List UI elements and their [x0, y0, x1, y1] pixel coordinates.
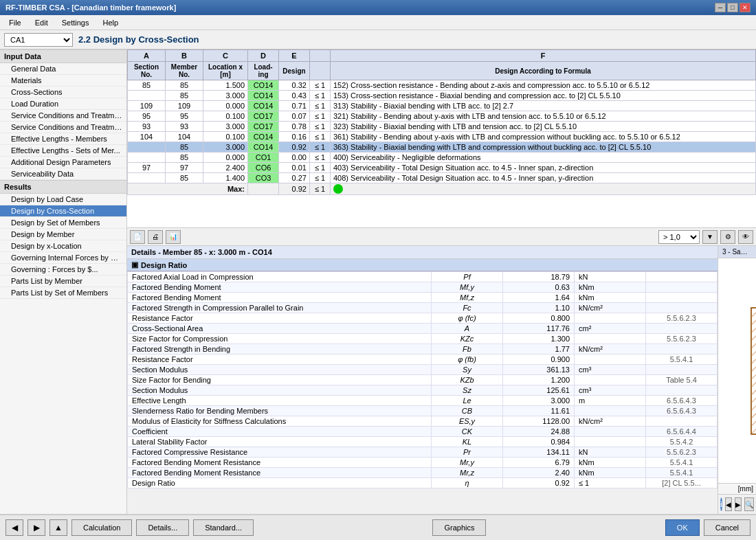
close-button[interactable]: ✕ [740, 3, 751, 12]
ok-button[interactable]: OK [665, 519, 700, 536]
details-label: Coefficient [128, 427, 432, 437]
sidebar-item-governing-s[interactable]: Governing : Forces by $... [0, 264, 126, 275]
table-cell [128, 173, 166, 183]
details-row: Modulus of Elasticity for Stiffness Calc… [128, 416, 718, 427]
sidebar-results-group: Results [0, 180, 126, 194]
details-row: Factored Bending MomentMf,z1.64kNm [128, 293, 718, 303]
sidebar-item-eff-lengths-members[interactable]: Effective Lengths - Members [0, 133, 126, 145]
sidebar-item-design-member[interactable]: Design by Member [0, 229, 126, 240]
details-unit [575, 437, 646, 447]
details-symbol: φ (fc) [432, 313, 503, 324]
details-button[interactable]: Details... [136, 519, 189, 536]
menu-file[interactable]: File [3, 16, 27, 29]
sidebar-item-serviceability[interactable]: Serviceability Data [0, 168, 126, 180]
nav-right-btn[interactable]: ▶ [27, 519, 45, 536]
nav-left-btn[interactable]: ◀ [5, 519, 23, 536]
details-label: Slenderness Ratio for Bending Members [128, 406, 432, 416]
sidebar-item-cross-sections[interactable]: Cross-Sections [0, 87, 126, 98]
toolbar-btn-4[interactable]: ⚙ [720, 230, 735, 244]
table-cell: 85 [166, 173, 203, 183]
standard-button[interactable]: Standard... [193, 519, 254, 536]
table-row[interactable]: 1041040.100CO140.16≤ 1361) Stability - B… [128, 132, 756, 142]
sidebar-item-service-2[interactable]: Service Conditions and Treatme... [0, 122, 126, 133]
subhdr-location: Location x [m] [203, 62, 248, 80]
table-cell: CO14 [248, 132, 279, 142]
details-label: Resistance Factor [128, 355, 432, 365]
toolbar-btn-2[interactable]: 🖨 [148, 230, 163, 244]
main-layout: Input Data General Data Materials Cross-… [0, 49, 756, 514]
table-cell: ≤ 1 [310, 173, 331, 183]
details-symbol: CK [432, 427, 503, 437]
main-table-container: A B C D E F Section No. Member No. Locat… [127, 49, 756, 228]
sidebar-item-governing-m[interactable]: Governing Internal Forces by M... [0, 252, 126, 264]
sidebar-item-load-duration[interactable]: Load Duration [0, 98, 126, 110]
table-cell: 403) Serviceability - Total Design Situa… [331, 163, 756, 173]
case-dropdown[interactable]: CA1 [4, 33, 73, 47]
col-header-f: F [331, 50, 756, 62]
subhdr-formula: Design According to Formula [331, 62, 756, 80]
xsection-btn-2[interactable]: ▶ [735, 497, 742, 511]
minimize-button[interactable]: ─ [715, 3, 726, 12]
sidebar-item-general-data[interactable]: General Data [0, 63, 126, 75]
details-ref [646, 344, 718, 355]
sidebar-item-design-x-location[interactable]: Design by x-Location [0, 240, 126, 252]
sidebar-item-additional-design[interactable]: Additional Design Parameters [0, 157, 126, 168]
menu-edit[interactable]: Edit [29, 16, 54, 29]
sidebar-item-design-load-case[interactable]: Design by Load Case [0, 194, 126, 205]
info-button[interactable]: i [720, 497, 722, 511]
threshold-select[interactable]: > 1,0 > 0,5 All [658, 230, 700, 244]
toolbar-btn-5[interactable]: 👁 [738, 230, 753, 244]
table-cell: 85 [166, 80, 203, 91]
details-ref [646, 324, 718, 334]
xsection-btn-1[interactable]: ◀ [725, 497, 732, 511]
table-row[interactable]: 1091090.000CO140.71≤ 1313) Stability - B… [128, 101, 756, 111]
details-unit [575, 375, 646, 385]
maximize-button[interactable]: □ [727, 3, 738, 12]
table-row[interactable]: 853.000CO140.43≤ 1153) Cross-section res… [128, 91, 756, 101]
details-unit: kNm [575, 468, 646, 478]
details-ref [646, 282, 718, 293]
table-row[interactable]: 851.400CO30.27≤ 1408) Serviceability - T… [128, 173, 756, 183]
details-label: Factored Strength in Bending [128, 344, 432, 355]
table-row[interactable]: 93933.000CO170.78≤ 1323) Stability - Bia… [128, 122, 756, 132]
details-row: Cross-Sectional AreaA117.76cm² [128, 324, 718, 334]
menu-settings[interactable]: Settings [56, 16, 96, 29]
cancel-button[interactable]: Cancel [704, 519, 751, 536]
sidebar-item-design-cross-section[interactable]: Design by Cross-Section [0, 205, 126, 217]
table-cell: 313) Stability - Biaxial bending with LT… [331, 101, 756, 111]
details-value: 117.76 [503, 324, 575, 334]
menu-help[interactable]: Help [96, 16, 124, 29]
table-cell: 95 [166, 111, 203, 122]
table-cell: 0.100 [203, 132, 248, 142]
sidebar-item-parts-set[interactable]: Parts List by Set of Members [0, 287, 126, 299]
table-row[interactable]: 95950.100CO170.07≤ 1321) Stability - Ben… [128, 111, 756, 122]
details-symbol: Le [432, 396, 503, 406]
table-row[interactable]: 853.000CO140.92≤ 1363) Stability - Biaxi… [128, 142, 756, 153]
graphics-button[interactable]: Graphics [432, 519, 486, 536]
minus-icon: ▣ [131, 260, 138, 269]
nav-up-btn[interactable]: ▲ [49, 519, 67, 536]
details-value: 361.13 [503, 365, 575, 375]
table-row[interactable]: 85851.500CO140.32≤ 1152) Cross-section r… [128, 80, 756, 91]
details-value: 1.200 [503, 375, 575, 385]
calculation-button[interactable]: Calculation [71, 519, 132, 536]
table-row[interactable]: 850.000CO10.00≤ 1400) Serviceability - N… [128, 153, 756, 163]
details-row: Factored Axial Load in CompressionPf18.7… [128, 272, 718, 282]
details-unit: kNm [575, 293, 646, 303]
table-cell: 0.78 [279, 122, 310, 132]
col-header-c: C [203, 50, 248, 62]
xsection-btn-3[interactable]: 🔍 [744, 497, 754, 511]
filter-btn[interactable]: ▼ [702, 230, 718, 244]
sidebar-item-materials[interactable]: Materials [0, 75, 126, 87]
table-row[interactable]: 97972.400CO60.01≤ 1403) Serviceability -… [128, 163, 756, 173]
sidebar-item-eff-lengths-sets[interactable]: Effective Lengths - Sets of Mer... [0, 145, 126, 157]
toolbar-btn-1[interactable]: 📄 [130, 230, 145, 244]
details-symbol: KZb [432, 375, 503, 385]
sidebar-item-design-set-members[interactable]: Design by Set of Members [0, 217, 126, 229]
details-label: Factored Axial Load in Compression [128, 272, 432, 282]
sidebar-item-service-1[interactable]: Service Conditions and Treatme... [0, 110, 126, 122]
details-table: Factored Axial Load in CompressionPf18.7… [127, 271, 718, 488]
details-value: 24.88 [503, 427, 575, 437]
toolbar-btn-3[interactable]: 📊 [166, 230, 181, 244]
sidebar-item-parts-member[interactable]: Parts List by Member [0, 275, 126, 287]
